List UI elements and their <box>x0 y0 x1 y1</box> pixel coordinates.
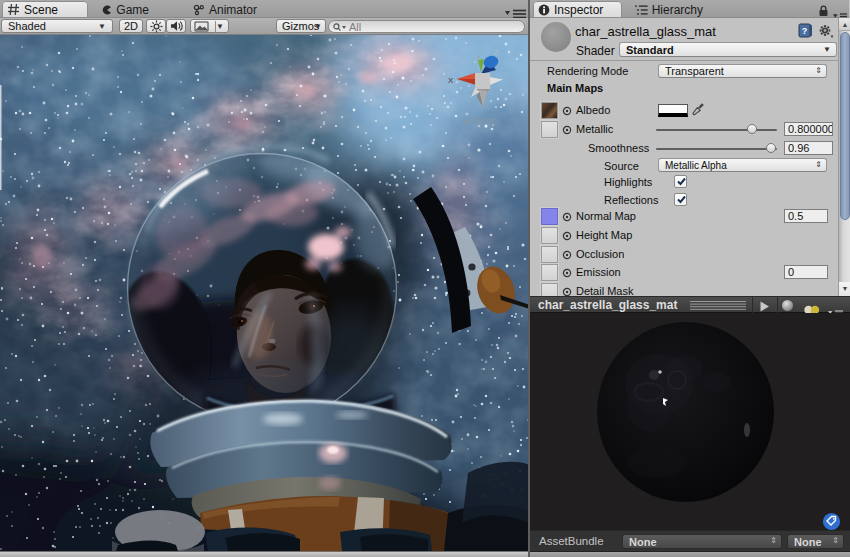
svg-text:Z: Z <box>494 48 499 57</box>
svg-text:Persp: Persp <box>471 116 498 127</box>
svg-text:Y: Y <box>476 53 481 62</box>
svg-text:X: X <box>448 76 454 85</box>
svg-text:?: ? <box>802 26 808 36</box>
